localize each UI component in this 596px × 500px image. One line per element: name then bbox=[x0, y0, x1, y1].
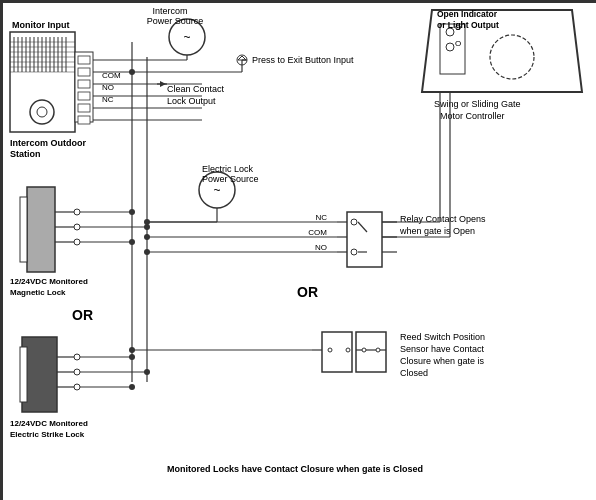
svg-point-109 bbox=[446, 43, 454, 51]
svg-point-73 bbox=[144, 234, 150, 240]
svg-rect-80 bbox=[20, 197, 27, 262]
svg-point-76 bbox=[129, 347, 135, 353]
svg-rect-30 bbox=[78, 104, 90, 112]
svg-point-24 bbox=[37, 107, 47, 117]
svg-point-110 bbox=[490, 35, 534, 79]
svg-rect-29 bbox=[78, 92, 90, 100]
reed-switch-label1: Reed Switch Position bbox=[400, 332, 485, 342]
nc-label: NC bbox=[102, 95, 114, 104]
svg-point-65 bbox=[328, 348, 332, 352]
svg-point-85 bbox=[74, 224, 80, 230]
press-to-exit-label: Press to Exit Button Input bbox=[252, 55, 354, 65]
clean-contact-label2: Lock Output bbox=[167, 96, 216, 106]
svg-rect-31 bbox=[78, 116, 90, 124]
intercom-power-label2: Power Source bbox=[147, 16, 204, 26]
elec-lock-label2: Power Source bbox=[202, 174, 259, 184]
svg-point-104 bbox=[129, 354, 135, 360]
svg-point-106 bbox=[129, 384, 135, 390]
svg-rect-62 bbox=[356, 332, 386, 372]
open-indicator-label2: or Light Output bbox=[437, 20, 499, 30]
svg-point-54 bbox=[351, 219, 357, 225]
mag-lock-label1: 12/24VDC Monitored bbox=[10, 277, 88, 286]
intercom-power-label1: Intercom bbox=[152, 6, 187, 16]
intercom-power-symbol: ~ bbox=[183, 30, 190, 44]
or-label2: OR bbox=[72, 307, 93, 323]
monitored-locks-label: Monitored Locks have Contact Closure whe… bbox=[167, 464, 423, 474]
elec-lock-power-symbol: ~ bbox=[213, 183, 220, 197]
open-indicator-label1: Open Indicator bbox=[437, 9, 498, 19]
svg-point-100 bbox=[129, 239, 135, 245]
svg-point-48 bbox=[129, 69, 135, 75]
svg-rect-79 bbox=[27, 187, 55, 272]
monitor-input-label: Monitor Input bbox=[12, 20, 69, 30]
wiring-diagram: Monitor Input Intercom Outdoor Station ~… bbox=[0, 0, 596, 500]
svg-point-98 bbox=[129, 209, 135, 215]
reed-switch-label4: Closed bbox=[400, 368, 428, 378]
no-label: NO bbox=[102, 83, 114, 92]
or-label1: OR bbox=[297, 284, 318, 300]
svg-point-68 bbox=[376, 348, 380, 352]
nc-relay-label: NC bbox=[315, 213, 327, 222]
strike-lock-label2: Electric Strike Lock bbox=[10, 430, 85, 439]
relay-contact-label2: when gate is Open bbox=[399, 226, 475, 236]
gate-motor-label1: Swing or Sliding Gate bbox=[434, 99, 521, 109]
svg-point-94 bbox=[74, 384, 80, 390]
strike-lock-label1: 12/24VDC Monitored bbox=[10, 419, 88, 428]
svg-point-99 bbox=[144, 224, 150, 230]
svg-point-86 bbox=[74, 239, 80, 245]
no-relay-label: NO bbox=[315, 243, 327, 252]
svg-point-67 bbox=[362, 348, 366, 352]
svg-point-66 bbox=[346, 348, 350, 352]
mag-lock-label2: Magnetic Lock bbox=[10, 288, 66, 297]
svg-rect-27 bbox=[78, 68, 90, 76]
svg-point-84 bbox=[74, 209, 80, 215]
elec-lock-label1: Electric Lock bbox=[202, 164, 254, 174]
com-relay-label: COM bbox=[308, 228, 327, 237]
svg-point-93 bbox=[74, 369, 80, 375]
svg-rect-28 bbox=[78, 80, 90, 88]
svg-point-105 bbox=[144, 369, 150, 375]
svg-point-55 bbox=[351, 249, 357, 255]
open-indicator-o2: O bbox=[455, 39, 461, 48]
svg-point-92 bbox=[74, 354, 80, 360]
svg-rect-26 bbox=[78, 56, 90, 64]
com-label: COM bbox=[102, 71, 121, 80]
intercom-outdoor-label: Intercom Outdoor bbox=[10, 138, 86, 148]
clean-contact-label1: Clean Contact bbox=[167, 84, 225, 94]
svg-rect-88 bbox=[20, 347, 27, 402]
reed-switch-label3: Closure when gate is bbox=[400, 356, 485, 366]
reed-switch-label2: Sensor have Contact bbox=[400, 344, 485, 354]
intercom-outdoor-label2: Station bbox=[10, 149, 41, 159]
svg-point-74 bbox=[144, 249, 150, 255]
